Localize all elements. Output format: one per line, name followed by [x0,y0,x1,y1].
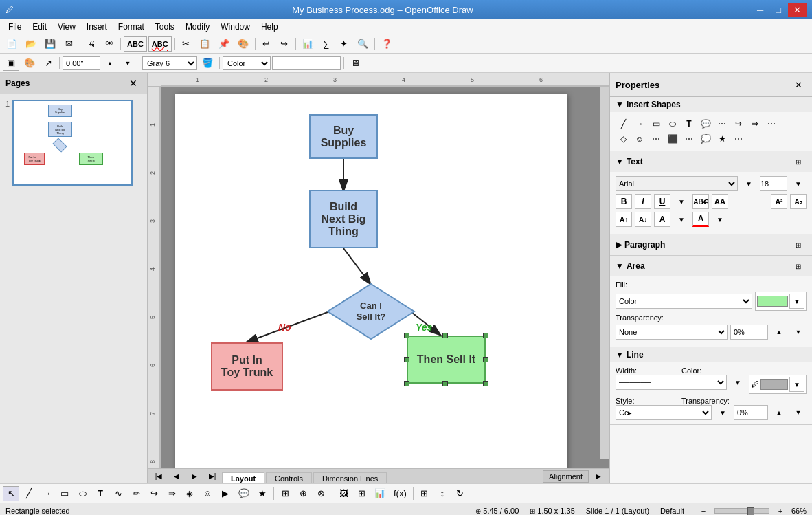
fill-color-select[interactable]: Gray 6 [142,56,197,70]
block-arrows[interactable]: ▶ [217,486,234,501]
rotate-btn[interactable]: ↻ [452,486,469,501]
line-color-swatch[interactable] [760,379,788,390]
text-tool[interactable]: T [92,486,109,501]
shape-toy-trunk[interactable]: Put InToy Trunk [211,342,283,391]
display-btn[interactable]: 🖥 [347,56,363,71]
print-btn[interactable]: 🖨 [83,36,100,52]
spellcheck2-btn[interactable]: ABC [148,36,172,52]
shape-star[interactable]: ★ [714,131,730,146]
underline-btn[interactable]: U [654,194,670,209]
star-tool[interactable]: ★ [254,486,271,501]
italic-btn[interactable]: I [635,194,651,209]
page-nav-prev[interactable]: ◀ [168,469,185,484]
undo-btn[interactable]: ↩ [258,36,275,52]
props-close-btn[interactable]: ✕ [790,77,807,92]
glue-btn[interactable]: ⊗ [313,486,329,501]
close-button[interactable]: ✕ [788,3,807,17]
menu-insert[interactable]: Insert [81,21,113,33]
shape-ellipse[interactable]: ⬭ [665,116,680,131]
shape-diamond2[interactable]: ◇ [616,131,631,146]
save-btn[interactable]: 💾 [41,36,59,52]
snap-points[interactable]: ⊕ [295,486,311,501]
page-thumbnail[interactable]: BuySupplies BuildNext BigThing Put InToy… [12,100,133,186]
arrow-tool[interactable]: → [38,486,55,501]
font-color-expand[interactable]: ▼ [712,212,728,227]
tab-dimension-lines[interactable]: Dimension Lines [313,472,387,484]
rect-tool[interactable]: ▭ [56,486,73,501]
insert-formula[interactable]: f(x) [390,486,410,501]
line-trans-up[interactable]: ▲ [771,405,787,420]
toggle-view[interactable]: ⊞ [416,486,433,501]
chart-btn[interactable]: 📊 [299,36,317,52]
new-btn[interactable]: 📄 [3,36,21,52]
curve-tool[interactable]: ∿ [110,486,126,501]
position-input[interactable]: 0.00" [63,56,100,70]
line-trans-input[interactable] [734,405,768,420]
shape-more3[interactable]: ⋯ [649,131,664,146]
email-btn[interactable]: ✉ [60,36,77,52]
page-nav-first[interactable]: |◀ [150,469,167,484]
paste-btn[interactable]: 📌 [215,36,233,52]
transparency-down[interactable]: ▼ [790,325,807,340]
paragraph-header[interactable]: ▶ Paragraph ⊞ [610,234,812,255]
shape-bubble[interactable]: 💭 [698,131,713,146]
fill-type-select[interactable]: Color [616,294,752,309]
select-mode-btn[interactable]: ▣ [3,56,19,71]
font-color-btn[interactable]: A [692,212,709,227]
fill-icon[interactable]: 🪣 [199,56,216,71]
shape-more5[interactable]: ⋯ [731,131,746,146]
transparency-type-select[interactable]: None [616,325,728,340]
bold-btn[interactable]: B [616,194,632,209]
area-header[interactable]: ▼ Area ⊞ [610,256,812,276]
zoom-out-btn[interactable]: − [695,503,712,516]
format-paint-btn[interactable]: 🎨 [234,36,252,52]
sort-btn[interactable]: ↕ [434,486,451,501]
formula-btn[interactable]: ∑ [318,36,335,52]
fill-color-swatch[interactable] [757,296,788,307]
shadow-expand[interactable]: ▼ [673,212,690,227]
zoom-slider-thumb[interactable] [747,507,754,516]
handle-bl[interactable] [404,381,409,386]
color-mode-select[interactable]: Color [223,56,271,70]
handle-br[interactable] [483,381,488,386]
freeform-tool[interactable]: ✏ [128,486,144,501]
line-header[interactable]: ▼ Line [610,347,812,362]
menu-file[interactable]: File [3,21,27,33]
shape-sell-it[interactable]: Then Sell It [407,336,486,384]
shape-arrow2[interactable]: ⇒ [747,116,763,131]
insert-table[interactable]: ⊞ [353,486,370,501]
snap-grid[interactable]: ⊞ [277,486,293,501]
canvas-inner[interactable]: 1 2 3 4 5 6 7 8 [148,87,609,468]
font-family-select[interactable]: Arial [616,176,738,191]
spellcheck-btn[interactable]: ABC [124,36,147,52]
shape-rect[interactable]: ▭ [649,116,664,131]
increase-font-btn[interactable]: A↑ [616,212,632,227]
tab-controls[interactable]: Controls [266,472,312,484]
shape-text[interactable]: T [681,116,697,131]
line-trans-down[interactable]: ▼ [790,405,807,420]
handle-tm[interactable] [442,333,448,338]
connector-tool[interactable]: ↪ [146,486,162,501]
decrease-font-btn[interactable]: A↓ [635,212,651,227]
superscript-btn[interactable]: A² [771,194,787,209]
handle-ml[interactable] [404,357,409,362]
menu-window[interactable]: Window [215,21,256,33]
font-expand[interactable]: ▼ [741,176,757,191]
line-color-expand[interactable]: ▼ [789,377,804,392]
line-width-expand[interactable]: ▼ [730,375,746,390]
color-picker-btn[interactable]: 🎨 [21,56,38,71]
page-nav-last[interactable]: ▶| [204,469,221,484]
menu-help[interactable]: Help [256,21,284,33]
zoom-in-btn[interactable]: + [772,503,789,516]
special-btn[interactable]: ✦ [336,36,352,52]
shape-smiley[interactable]: ☺ [632,131,647,146]
flowchart-tool[interactable]: ◈ [181,486,198,501]
caps-btn[interactable]: AA [712,194,728,209]
ellipse-tool[interactable]: ⬭ [74,486,91,501]
menu-format[interactable]: Format [113,21,150,33]
menu-modify[interactable]: Modify [180,21,215,33]
shape-diamond[interactable]: Can I Sell It? [326,283,416,341]
vertical-scrollbar[interactable] [600,87,609,459]
pos-down[interactable]: ▼ [120,56,136,71]
line-width-select[interactable]: ────── [616,375,727,390]
